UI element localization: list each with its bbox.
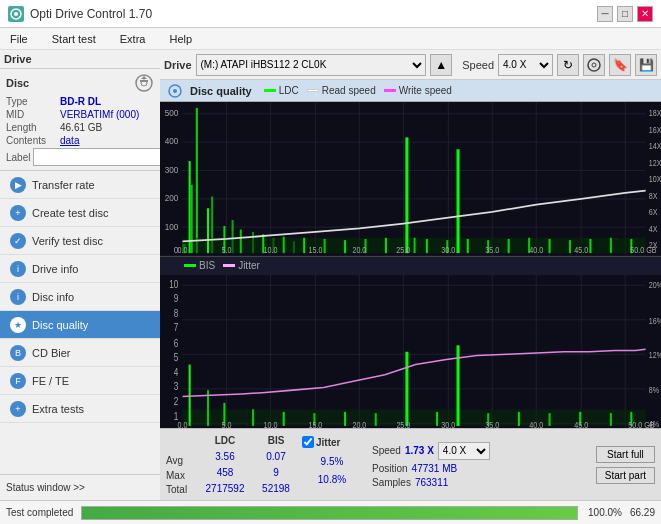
svg-text:10X: 10X (649, 175, 661, 185)
sidebar-item-transfer-rate[interactable]: ▶ Transfer rate (0, 171, 160, 199)
svg-text:30.0: 30.0 (441, 246, 455, 256)
svg-rect-67 (508, 239, 510, 253)
menu-help[interactable]: Help (163, 31, 198, 47)
disc-icon-btn[interactable] (583, 54, 605, 76)
sidebar-item-disc-info[interactable]: i Disc info (0, 283, 160, 311)
sidebar-item-fe-te[interactable]: F FE / TE (0, 367, 160, 395)
nav-label-drive-info: Drive info (32, 263, 78, 275)
chart-legend: LDC Read speed Write speed (264, 85, 452, 96)
drive-select[interactable]: (M:) ATAPI iHBS112 2 CL0K (196, 54, 427, 76)
legend-write-speed: Write speed (384, 85, 452, 96)
legend-jitter-color (223, 264, 235, 267)
drive-info-icon: i (10, 261, 26, 277)
disc-eject-icon[interactable] (134, 73, 154, 93)
disc-contents-label: Contents (6, 135, 60, 146)
bottom-chart-titlebar: BIS Jitter (160, 257, 661, 275)
svg-point-5 (588, 59, 600, 71)
speed-dropdown[interactable]: 4.0 X (438, 442, 490, 460)
svg-text:16%: 16% (649, 315, 661, 325)
start-buttons: Start full Start part (596, 446, 655, 484)
samples-val: 763311 (415, 477, 448, 488)
svg-rect-117 (189, 364, 191, 425)
svg-text:4: 4 (174, 367, 179, 378)
nav-label-disc-info: Disc info (32, 291, 74, 303)
disc-contents-value[interactable]: data (60, 135, 79, 146)
svg-text:400: 400 (165, 136, 179, 147)
svg-text:0.0: 0.0 (178, 246, 188, 256)
legend-bis: BIS (184, 260, 215, 271)
status-time: 66.29 (630, 507, 655, 518)
sidebar-item-drive-info[interactable]: i Drive info (0, 255, 160, 283)
svg-text:3: 3 (174, 381, 179, 392)
svg-rect-60 (405, 137, 408, 253)
drive-eject-btn[interactable]: ▲ (430, 54, 452, 76)
top-chart: 500 400 300 200 100 0 18X 16X 14X 12X 10… (160, 102, 661, 257)
svg-text:20.0: 20.0 (352, 420, 366, 428)
fe-te-icon: F (10, 373, 26, 389)
menu-file[interactable]: File (4, 31, 34, 47)
stats-bis-total: 52198 (262, 483, 290, 494)
disc-label-row: Label ⚙ (6, 148, 154, 166)
stats-ldc-header: LDC (215, 435, 236, 446)
status-window-btn[interactable]: Status window >> (0, 474, 160, 500)
svg-text:18X: 18X (649, 109, 661, 119)
menu-start-test[interactable]: Start test (46, 31, 102, 47)
svg-text:12%: 12% (649, 350, 661, 360)
sidebar-item-verify-test-disc[interactable]: ✓ Verify test disc (0, 227, 160, 255)
nav-menu: ▶ Transfer rate + Create test disc ✓ Ver… (0, 171, 160, 474)
speed-refresh-btn[interactable]: ↻ (557, 54, 579, 76)
svg-text:45.0: 45.0 (574, 420, 588, 428)
disc-label-input[interactable] (33, 148, 162, 166)
close-button[interactable]: ✕ (637, 6, 653, 22)
stats-ldc-avg: 3.56 (215, 451, 234, 462)
legend-ldc-label: LDC (279, 85, 299, 96)
stats-ldc-col: LDC 3.56 458 2717592 (200, 433, 250, 497)
legend-jitter-label: Jitter (238, 260, 260, 271)
speed-select[interactable]: 4.0 X (498, 54, 553, 76)
svg-text:6X: 6X (649, 208, 658, 218)
disc-mid-label: MID (6, 109, 60, 120)
svg-text:5.0: 5.0 (221, 246, 231, 256)
svg-text:15.0: 15.0 (308, 420, 322, 428)
sidebar-item-create-test-disc[interactable]: + Create test disc (0, 199, 160, 227)
drive-toolbar: Drive (M:) ATAPI iHBS112 2 CL0K ▲ Speed … (160, 50, 661, 80)
legend-ldc-color (264, 89, 276, 92)
sidebar-item-cd-bier[interactable]: B CD Bier (0, 339, 160, 367)
legend-ldc: LDC (264, 85, 299, 96)
samples-row: Samples 763311 (372, 477, 490, 488)
start-part-button[interactable]: Start part (596, 467, 655, 484)
jitter-checkbox[interactable] (302, 436, 314, 448)
svg-text:200: 200 (165, 193, 179, 204)
svg-rect-52 (240, 230, 242, 254)
drive-row: Drive (0, 50, 160, 69)
stats-ldc-total: 2717592 (206, 483, 245, 494)
speed-label-text: Speed (372, 445, 401, 456)
start-full-button[interactable]: Start full (596, 446, 655, 463)
legend-bis-color (184, 264, 196, 267)
maximize-button[interactable]: □ (617, 6, 633, 22)
minimize-button[interactable]: ─ (597, 6, 613, 22)
sidebar-item-extra-tests[interactable]: + Extra tests (0, 395, 160, 423)
svg-rect-54 (283, 237, 285, 254)
svg-text:12X: 12X (649, 158, 661, 168)
app-window: Opti Drive Control 1.70 ─ □ ✕ File Start… (0, 0, 661, 524)
bookmark-btn[interactable]: 🔖 (609, 54, 631, 76)
disc-length-label: Length (6, 122, 60, 133)
svg-rect-125 (405, 351, 408, 425)
jitter-check-row[interactable]: Jitter (302, 436, 362, 448)
legend-read-speed-label: Read speed (322, 85, 376, 96)
sidebar-item-disc-quality[interactable]: ★ Disc quality (0, 311, 160, 339)
position-label: Position (372, 463, 408, 474)
progress-bar-container (81, 506, 578, 520)
status-text: Test completed (6, 507, 73, 518)
save-btn[interactable]: 💾 (635, 54, 657, 76)
app-title: Opti Drive Control 1.70 (30, 7, 152, 21)
nav-label-extra-tests: Extra tests (32, 403, 84, 415)
svg-text:8: 8 (174, 308, 179, 319)
svg-rect-64 (457, 149, 460, 253)
svg-text:50.0 GB: 50.0 GB (630, 246, 656, 256)
menu-extra[interactable]: Extra (114, 31, 152, 47)
svg-text:50.0 GB: 50.0 GB (628, 420, 654, 428)
svg-text:30.0: 30.0 (441, 420, 455, 428)
extra-tests-icon: + (10, 401, 26, 417)
